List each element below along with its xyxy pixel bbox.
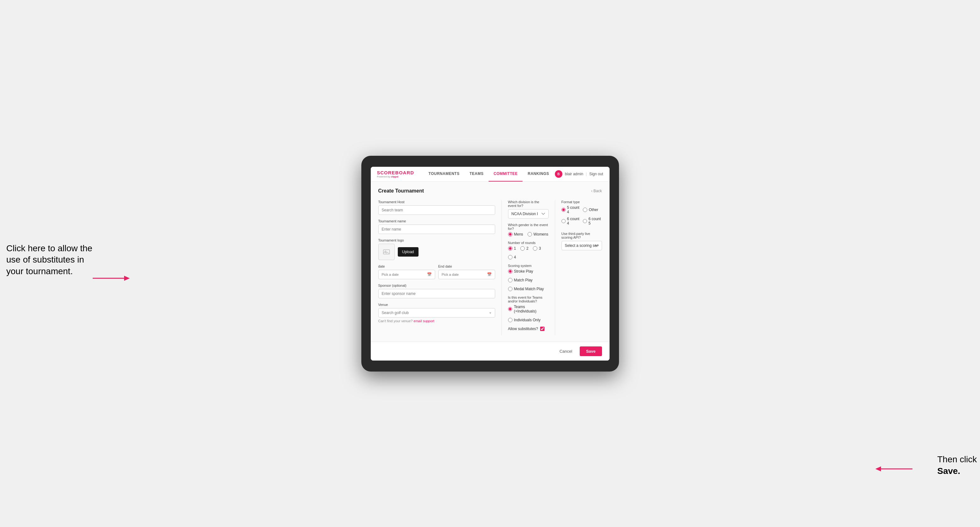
format-type-label: Format type [562,200,602,204]
scoring-api-group: Use third-party live scoring API? Select… [562,232,602,250]
venue-group: Venue ▼ Can't find your venue? email sup… [378,303,495,323]
venue-chevron-icon: ▼ [489,311,492,314]
form-grid: Tournament Host Tournament name Tourname… [378,200,602,335]
gender-radio-group: Mens Womens [508,232,549,237]
start-date-label: date [378,264,435,268]
venue-input[interactable] [378,308,495,317]
rounds-label: Number of rounds [508,241,549,244]
rounds-2[interactable]: 2 [520,246,528,251]
nav-teams[interactable]: TEAMS [465,167,488,182]
teams-individuals[interactable]: Teams (+Individuals) [508,305,549,313]
venue-label: Venue [378,303,495,306]
scoring-stroke[interactable]: Stroke Play [508,269,533,273]
scoring-service-select[interactable]: Select a scoring service [562,241,602,250]
scoring-match[interactable]: Match Play [508,278,533,283]
upload-button[interactable]: Upload [398,247,418,257]
annotation-left: Click here to allow the use of substitut… [6,243,94,277]
scoring-medal[interactable]: Medal Match Play [508,287,544,291]
tablet-screen: SCOREBOARD Powered by clippd TOURNAMENTS… [371,167,609,360]
format-6count4[interactable]: 6 count 4 [562,217,581,225]
format-5count4[interactable]: 5 count 4 [562,205,581,214]
venue-note: Can't find your venue? email support [378,319,495,323]
scoring-api-label: Use third-party live scoring API? [562,232,602,239]
page-footer: Cancel Save [371,342,609,360]
tablet-frame: SCOREBOARD Powered by clippd TOURNAMENTS… [361,156,619,371]
teams-radio-group: Teams (+Individuals) Individuals Only [508,305,549,322]
tournament-name-group: Tournament name [378,219,495,234]
sign-out-link[interactable]: Sign out [589,172,603,176]
nav-links: TOURNAMENTS TEAMS COMMITTEE RANKINGS [423,167,555,182]
rounds-radio-group: 1 2 3 4 [508,246,549,259]
date-row: date 📅 End date 📅 [378,264,495,279]
gender-group: Which gender is the event for? Mens Wome… [508,223,549,237]
nav-committee[interactable]: COMMITTEE [488,167,523,182]
back-link[interactable]: ‹ Back [591,189,602,193]
gender-womens[interactable]: Womens [528,232,548,237]
calendar-icon-end: 📅 [487,272,492,277]
page-header: Create Tournament ‹ Back [378,188,602,194]
sponsor-group: Sponsor (optional) [378,284,495,298]
teams-group: Is this event for Teams and/or Individua… [508,295,549,322]
division-label: Which division is the event for? [508,200,549,208]
format-6count5[interactable]: 6 count 5 [583,217,602,225]
tournament-logo-label: Tournament logo [378,238,495,242]
nav-bar: SCOREBOARD Powered by clippd TOURNAMENTS… [371,167,609,182]
user-name: blair admin [565,172,584,176]
page-content: Create Tournament ‹ Back Tournament Host… [371,182,609,342]
form-col-left: Tournament Host Tournament name Tourname… [378,200,495,335]
email-support-link[interactable]: email support [414,319,434,323]
gender-mens[interactable]: Mens [508,232,523,237]
cancel-button[interactable]: Cancel [555,346,577,356]
end-date-label: End date [438,264,495,268]
nav-tournaments[interactable]: TOURNAMENTS [423,167,465,182]
tournament-host-label: Tournament Host [378,200,495,204]
sponsor-input[interactable] [378,289,495,298]
end-date-input-wrap[interactable]: 📅 [438,270,495,279]
calendar-icon: 📅 [427,272,432,277]
annotation-right: Then click Save. [937,454,977,477]
division-select[interactable]: NCAA Division I [508,209,549,219]
left-arrow [93,269,130,288]
substitutes-group: Allow substitutes? [508,327,549,331]
form-col-middle: Which division is the event for? NCAA Di… [501,200,549,335]
nav-logo: SCOREBOARD Powered by clippd [377,170,414,178]
gender-label: Which gender is the event for? [508,223,549,230]
powered-by: Powered by clippd [377,175,414,178]
tournament-host-group: Tournament Host [378,200,495,215]
scoring-group: Scoring system Stroke Play Match Play Me… [508,264,549,291]
format-other[interactable]: Other [583,205,602,214]
rounds-4[interactable]: 4 [508,255,516,259]
start-date-input[interactable] [382,273,425,276]
rounds-group: Number of rounds 1 2 3 [508,241,549,259]
logo-upload-area: Upload [378,244,495,260]
start-date-group: date 📅 [378,264,435,279]
start-date-input-wrap[interactable]: 📅 [378,270,435,279]
nav-user: B blair admin | Sign out [555,170,603,178]
tournament-logo-group: Tournament logo Upload [378,238,495,260]
division-group: Which division is the event for? NCAA Di… [508,200,549,219]
logo-placeholder [378,244,395,260]
sponsor-label: Sponsor (optional) [378,284,495,287]
format-type-group: Format type 5 count 4 Other 6 count 4 [562,200,602,225]
substitutes-checkbox-label[interactable]: Allow substitutes? [508,327,549,331]
individuals-only[interactable]: Individuals Only [508,318,541,322]
tournament-name-input[interactable] [378,225,495,234]
page-title: Create Tournament [378,188,424,194]
end-date-input[interactable] [442,273,485,276]
right-arrow [875,463,912,475]
teams-label: Is this event for Teams and/or Individua… [508,295,549,303]
save-button[interactable]: Save [580,346,602,356]
scoring-radio-group: Stroke Play Match Play Medal Match Play [508,269,549,291]
user-avatar: B [555,170,562,178]
rounds-3[interactable]: 3 [533,246,541,251]
scoring-label: Scoring system [508,264,549,268]
nav-rankings[interactable]: RANKINGS [522,167,554,182]
svg-marker-3 [875,467,881,471]
substitutes-checkbox[interactable] [540,327,544,331]
tournament-host-input[interactable] [378,205,495,215]
scoreboard-logo: SCOREBOARD [377,170,414,175]
tournament-name-label: Tournament name [378,219,495,223]
format-options-grid: 5 count 4 Other 6 count 4 6 count 5 [562,205,602,225]
rounds-1[interactable]: 1 [508,246,516,251]
substitutes-label-text: Allow substitutes? [508,327,538,331]
